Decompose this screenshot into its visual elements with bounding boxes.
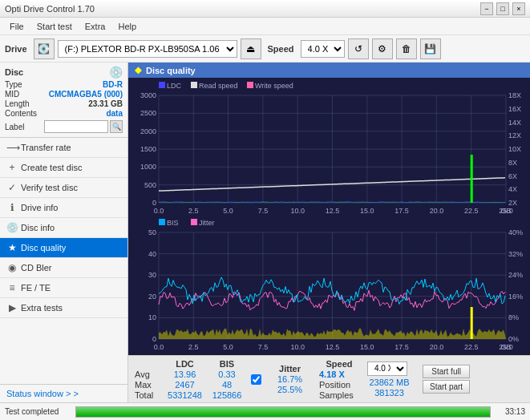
extra-tests-icon: ▶ xyxy=(6,302,18,313)
menu-extra[interactable]: Extra xyxy=(79,20,112,33)
disc-info-label: Disc info xyxy=(21,223,55,232)
type-value: BD-R xyxy=(103,80,123,89)
disc-panel: Disc 💿 Type BD-R MID CMCMAGBA5 (000) Len… xyxy=(0,63,127,138)
drive-info-icon: ℹ xyxy=(6,202,18,213)
max-jitter: 25.5% xyxy=(272,385,308,394)
menu-help[interactable]: Help xyxy=(111,20,143,33)
app-title: Opti Drive Control 1.70 xyxy=(5,4,95,14)
jitter-checkbox[interactable] xyxy=(251,374,262,385)
charts-container xyxy=(128,78,530,355)
speed-select-2[interactable]: 4.0 X xyxy=(367,361,407,376)
speed-stat-label: Speed xyxy=(319,359,359,369)
cd-bler-icon: ◉ xyxy=(6,262,18,273)
start-part-button[interactable]: Start part xyxy=(423,380,470,394)
cd-bler-label: CD Bler xyxy=(21,263,52,273)
sidebar-item-create-test-disc[interactable]: +Create test disc xyxy=(0,158,127,178)
total-ldc: 5331248 xyxy=(167,390,203,400)
refresh-button[interactable]: ↺ xyxy=(348,38,369,59)
chart-icon: ◆ xyxy=(135,65,141,75)
status-text: Test completed xyxy=(5,407,69,416)
type-label: Type xyxy=(5,80,22,89)
length-label: Length xyxy=(5,99,30,108)
avg-jitter: 16.7% xyxy=(272,374,308,384)
drive-select[interactable]: (F:) PLEXTOR BD-R PX-LB950SA 1.06 xyxy=(58,40,237,58)
speed-select[interactable]: 4.0 X xyxy=(301,40,345,58)
main-layout: Disc 💿 Type BD-R MID CMCMAGBA5 (000) Len… xyxy=(0,63,530,402)
speed-label: Speed xyxy=(268,44,294,54)
progress-bar-container xyxy=(75,406,491,418)
max-label: Max xyxy=(135,380,159,390)
label-label: Label xyxy=(5,123,24,131)
erase-button[interactable]: 🗑 xyxy=(396,38,417,59)
nav-items: ⟶Transfer rate+Create test disc✓Verify t… xyxy=(0,138,127,318)
drive-icon-btn[interactable]: 💽 xyxy=(34,38,55,59)
menu-start-test[interactable]: Start test xyxy=(30,20,79,33)
position-label: Position xyxy=(319,380,359,390)
label-input[interactable] xyxy=(44,120,108,133)
ldc-header: LDC xyxy=(167,359,203,369)
sidebar-item-extra-tests[interactable]: ▶Extra tests xyxy=(0,298,127,318)
max-ldc: 2467 xyxy=(167,380,203,390)
time-display: 33:13 xyxy=(497,407,525,416)
content-area: ◆ Disc quality Avg Max Total LDC xyxy=(128,63,530,402)
progress-bar-fill xyxy=(76,407,490,417)
chart-header: ◆ Disc quality xyxy=(128,63,530,78)
chart-title: Disc quality xyxy=(146,66,196,75)
jitter-header: Jitter xyxy=(272,364,308,374)
top-chart-canvas xyxy=(128,78,530,217)
toolbar: Drive 💽 (F:) PLEXTOR BD-R PX-LB950SA 1.0… xyxy=(0,35,530,63)
sidebar-item-fe-te[interactable]: ≡FE / TE xyxy=(0,278,127,298)
verify-test-disc-icon: ✓ xyxy=(6,182,18,193)
disc-icon: 💿 xyxy=(109,66,123,79)
sidebar-item-transfer-rate[interactable]: ⟶Transfer rate xyxy=(0,138,127,158)
length-value: 23.31 GB xyxy=(88,99,123,108)
contents-value: data xyxy=(106,109,123,118)
disc-info-icon: 💿 xyxy=(6,222,18,233)
verify-test-disc-label: Verify test disc xyxy=(21,183,78,192)
disc-quality-icon: ★ xyxy=(6,242,18,253)
stats-bar: Avg Max Total LDC 13.96 2467 5331248 BIS… xyxy=(128,355,530,402)
extra-tests-label: Extra tests xyxy=(21,303,63,313)
fe-te-label: FE / TE xyxy=(21,283,51,293)
samples-label: Samples xyxy=(319,390,359,400)
transfer-rate-icon: ⟶ xyxy=(6,142,18,153)
drive-info-label: Drive info xyxy=(21,203,58,212)
save-button[interactable]: 💾 xyxy=(420,38,441,59)
menu-file[interactable]: File xyxy=(3,20,30,33)
label-search-btn[interactable]: 🔍 xyxy=(110,120,123,133)
bottom-chart xyxy=(128,215,530,355)
window-controls: − □ × xyxy=(480,2,525,15)
bottom-chart-canvas xyxy=(128,215,530,353)
maximize-button[interactable]: □ xyxy=(496,2,509,15)
total-label: Total xyxy=(135,390,159,400)
avg-ldc: 13.96 xyxy=(167,370,203,379)
speed-stat-val: 4.18 X xyxy=(319,370,359,379)
status-window-link[interactable]: Status window > > xyxy=(0,384,127,402)
total-bis: 125866 xyxy=(211,390,243,400)
bis-header: BIS xyxy=(211,359,243,369)
eject-button[interactable]: ⏏ xyxy=(241,38,261,59)
sidebar-item-cd-bler[interactable]: ◉CD Bler xyxy=(0,258,127,278)
contents-label: Contents xyxy=(5,109,37,118)
menubar: File Start test Extra Help xyxy=(0,18,530,35)
mid-value: CMCMAGBA5 (000) xyxy=(49,90,123,99)
disc-section-title: Disc xyxy=(5,67,23,77)
start-full-button[interactable]: Start full xyxy=(423,365,470,378)
drive-label: Drive xyxy=(5,44,27,54)
sidebar-item-drive-info[interactable]: ℹDrive info xyxy=(0,198,127,218)
create-test-disc-label: Create test disc xyxy=(21,163,82,172)
sidebar-item-disc-info[interactable]: 💿Disc info xyxy=(0,218,127,238)
sidebar-item-disc-quality[interactable]: ★Disc quality xyxy=(0,238,127,258)
samples-val: 381323 xyxy=(367,388,411,398)
sidebar: Disc 💿 Type BD-R MID CMCMAGBA5 (000) Len… xyxy=(0,63,128,402)
settings-button[interactable]: ⚙ xyxy=(372,38,393,59)
fe-te-icon: ≡ xyxy=(6,282,18,293)
titlebar: Opti Drive Control 1.70 − □ × xyxy=(0,0,530,18)
create-test-disc-icon: + xyxy=(6,162,18,173)
close-button[interactable]: × xyxy=(512,2,525,15)
transfer-rate-label: Transfer rate xyxy=(21,143,71,152)
mid-label: MID xyxy=(5,90,19,99)
sidebar-item-verify-test-disc[interactable]: ✓Verify test disc xyxy=(0,178,127,198)
minimize-button[interactable]: − xyxy=(480,2,493,15)
avg-bis: 0.33 xyxy=(211,370,243,379)
